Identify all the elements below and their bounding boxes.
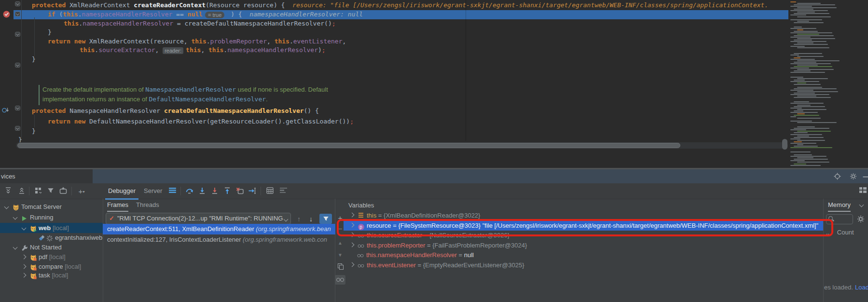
chevron-down-icon[interactable] (859, 203, 864, 207)
variable-row-this-sourceExtractor[interactable]: this.sourceExtractor = {NullSourceExtrac… (344, 230, 823, 240)
code-line: this.sourceExtractor, reader:this, this.… (80, 46, 326, 55)
chevron-right-icon[interactable] (350, 213, 355, 218)
gear-icon[interactable] (849, 173, 857, 180)
group-by-icon[interactable] (34, 187, 42, 196)
editor-vscrollbar-thumb[interactable] (782, 139, 787, 150)
variable-row-this-eventListener[interactable]: this.eventListener = {EmptyReaderEventLi… (344, 260, 823, 270)
chevron-right-icon[interactable] (350, 262, 355, 267)
fold-marker-icon[interactable] (15, 12, 20, 16)
tab-server[interactable]: Server (141, 183, 165, 198)
minimap-line (797, 157, 813, 158)
tree-item-task[interactable]: task [local] (0, 270, 103, 280)
minimap-line (790, 81, 819, 82)
variable-row-resource[interactable]: presource = {FileSystemResource@3023} "f… (344, 220, 823, 231)
thread-selector-dropdown[interactable]: ✓"RMI TCP Connection(2)-12...up "RMI Run… (106, 213, 291, 224)
minimap-line (797, 126, 815, 127)
tab-frames[interactable]: Frames (107, 199, 128, 212)
tree-item-pdf[interactable]: pdf [local] (0, 252, 103, 262)
chevron-right-icon[interactable] (22, 264, 27, 269)
minimap-line (797, 136, 809, 137)
load-classes-link[interactable]: Load (855, 284, 868, 291)
tree-item-label: Running (30, 212, 53, 222)
variables-memory-separator[interactable] (823, 199, 824, 302)
stack-frame-row[interactable]: createReaderContext:511, XmlBeanDefiniti… (103, 224, 335, 234)
step-out-icon[interactable] (223, 187, 232, 196)
chevron-right-icon[interactable] (350, 233, 355, 237)
chevron-right-icon[interactable] (22, 273, 27, 278)
fold-marker-icon[interactable] (15, 126, 20, 131)
equals-sign: = (425, 242, 432, 249)
tree-item-tomcat-server[interactable]: Tomcat Server (0, 202, 103, 212)
tab-memory[interactable]: Memory (828, 199, 851, 212)
memory-search-input[interactable] (826, 214, 853, 224)
layout-settings-icon[interactable] (168, 187, 177, 196)
evaluate-expression-icon[interactable] (265, 187, 274, 196)
toolbar-separator (71, 187, 72, 195)
collapse-all-icon[interactable] (17, 187, 26, 196)
hide-frames-filter-toggle[interactable] (319, 214, 332, 224)
tree-item-not-started[interactable]: Not Started (0, 242, 103, 252)
chevron-down-icon[interactable] (22, 226, 27, 231)
minimap-line (794, 9, 813, 10)
indent-guide (34, 115, 35, 127)
minimap-line (794, 97, 831, 98)
stack-frame-row[interactable]: contextInitialized:127, IrisContextLoade… (103, 234, 335, 245)
chevron-down-icon[interactable] (4, 205, 9, 209)
tree-frames-separator[interactable] (103, 199, 103, 302)
step-over-icon[interactable] (185, 187, 194, 196)
variable-string-value: "file [/Users/zengsl/iriswork/egrant-sxk… (482, 222, 818, 229)
minimap-line (790, 68, 809, 69)
frame-up-icon[interactable]: ↑ (297, 215, 301, 223)
chevron-right-icon[interactable] (350, 242, 355, 247)
code-minimap[interactable] (789, 0, 842, 168)
minimap-line (790, 19, 822, 20)
equals-sign: = (422, 232, 429, 239)
drop-frame-icon[interactable] (235, 187, 244, 196)
chevron-down-icon[interactable] (13, 215, 18, 220)
frame-down-icon[interactable]: ↓ (309, 215, 313, 223)
fold-marker-icon[interactable] (15, 1, 20, 6)
memory-column-headers[interactable]: .. Count (826, 228, 868, 237)
field-variable-icon (357, 260, 365, 270)
tree-item-web[interactable]: web [local] (0, 223, 103, 233)
variable-row-this[interactable]: this = {XmlBeanDefinitionReader@3022} (344, 210, 823, 220)
expand-all-icon[interactable] (4, 187, 13, 196)
code-editor[interactable]: protected XmlReaderContext createReaderC… (0, 0, 868, 168)
restore-layout-icon[interactable] (858, 187, 867, 196)
fold-marker-icon[interactable] (15, 32, 20, 37)
variable-row-this-namespaceHandlerResolver[interactable]: this.namespaceHandlerResolver = null (344, 250, 823, 260)
step-into-icon[interactable] (198, 187, 207, 196)
fold-marker-icon[interactable] (15, 63, 20, 68)
chevron-down-icon[interactable] (13, 245, 18, 250)
chevron-right-icon[interactable] (350, 222, 355, 227)
crosshair-icon[interactable] (833, 173, 841, 180)
minimize-icon[interactable]: — (862, 173, 868, 180)
editor-hscrollbar-thumb[interactable] (17, 143, 680, 148)
minimap-line (797, 140, 825, 141)
settings-layout-icon[interactable] (279, 187, 288, 196)
minimap-line (794, 57, 800, 58)
show-watches-toggle-icon[interactable] (335, 275, 345, 285)
minimap-line (794, 70, 811, 71)
force-step-into-icon[interactable] (210, 187, 219, 196)
variable-name: resource (367, 222, 391, 229)
tree-item-egrantshanxiweb[interactable]: egrantshanxiweb (0, 233, 103, 243)
fold-marker-icon[interactable] (15, 106, 20, 110)
memory-col-count[interactable]: Count (837, 229, 854, 236)
tab-threads[interactable]: Threads (136, 199, 159, 211)
filter-icon[interactable] (46, 187, 55, 196)
add-service-icon[interactable] (59, 187, 68, 196)
override-method-icon[interactable] (2, 107, 9, 115)
chevron-right-icon[interactable] (22, 255, 27, 260)
memory-col-class[interactable]: .. (826, 229, 829, 236)
breakpoint-icon[interactable] (2, 10, 11, 20)
run-to-cursor-icon[interactable] (248, 187, 257, 196)
tab-debugger[interactable]: Debugger (105, 183, 138, 200)
tree-item-label: Not Started (30, 242, 62, 252)
variable-row-this-problemReporter[interactable]: this.problemReporter = {FailFastProblemR… (344, 240, 823, 250)
add-icon[interactable]: +▾ (77, 187, 86, 196)
minimap-line (794, 106, 825, 107)
minimap-line (790, 55, 799, 55)
memory-gear-icon[interactable] (857, 215, 865, 224)
tree-item-running[interactable]: Running (0, 212, 103, 222)
